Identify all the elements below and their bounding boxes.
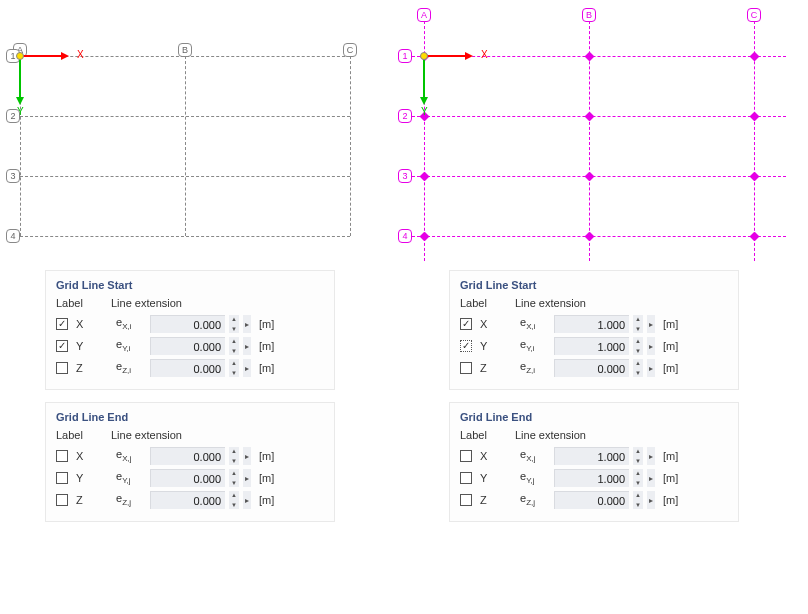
axis-label: X: [480, 318, 516, 330]
slider-button[interactable]: ▸: [647, 469, 655, 487]
chevron-down-icon: ▼: [635, 348, 643, 354]
checkbox[interactable]: [56, 450, 68, 462]
spinner-buttons[interactable]: ▲▼: [229, 469, 239, 487]
value-input[interactable]: 0.000: [150, 315, 225, 333]
unit-label: [m]: [663, 362, 678, 374]
chevron-up-icon: ▲: [635, 338, 643, 344]
param-row: ✓XeX,i1.000▲▼▸[m]: [460, 313, 728, 335]
param-symbol: eX,i: [520, 316, 550, 331]
slider-button[interactable]: ▸: [243, 337, 251, 355]
checkbox[interactable]: [460, 362, 472, 374]
param-row: ZeZ,j0.000▲▼▸[m]: [460, 489, 728, 511]
slider-button[interactable]: ▸: [647, 447, 655, 465]
checkbox[interactable]: ✓: [460, 340, 472, 352]
param-symbol: eX,i: [116, 316, 146, 331]
value-input[interactable]: 0.000: [150, 447, 225, 465]
checkbox[interactable]: [56, 362, 68, 374]
param-row: XeX,j0.000▲▼▸[m]: [56, 445, 324, 467]
chevron-up-icon: ▲: [635, 470, 643, 476]
param-row: ZeZ,i0.000▲▼▸[m]: [460, 357, 728, 379]
checkbox[interactable]: [56, 494, 68, 506]
value-input[interactable]: 1.000: [554, 315, 629, 333]
grid-view-right: ABC1234 X Y: [404, 20, 808, 255]
slider-button[interactable]: ▸: [243, 359, 251, 377]
slider-button[interactable]: ▸: [243, 469, 251, 487]
spinner-buttons[interactable]: ▲▼: [633, 337, 643, 355]
grid-row-label: 1: [6, 49, 20, 63]
grid-row-label: 1: [398, 49, 412, 63]
chevron-down-icon: ▼: [635, 502, 643, 508]
chevron-up-icon: ▲: [635, 492, 643, 498]
checkbox[interactable]: ✓: [56, 318, 68, 330]
grid-node-icon: [420, 172, 430, 182]
slider-button[interactable]: ▸: [647, 337, 655, 355]
grid-row-label: 2: [398, 109, 412, 123]
value-input[interactable]: 0.000: [150, 337, 225, 355]
unit-label: [m]: [663, 340, 678, 352]
value-input[interactable]: 0.000: [554, 359, 629, 377]
param-row: ✓XeX,i0.000▲▼▸[m]: [56, 313, 324, 335]
chevron-up-icon: ▲: [231, 360, 239, 366]
unit-label: [m]: [259, 340, 274, 352]
unit-label: [m]: [259, 494, 274, 506]
value-input[interactable]: 1.000: [554, 469, 629, 487]
slider-button[interactable]: ▸: [647, 359, 655, 377]
spinner-buttons[interactable]: ▲▼: [229, 359, 239, 377]
spinner-buttons[interactable]: ▲▼: [633, 359, 643, 377]
spinner-buttons[interactable]: ▲▼: [229, 491, 239, 509]
column-headers: LabelLine extension: [460, 297, 728, 309]
checkbox[interactable]: ✓: [460, 318, 472, 330]
value-input[interactable]: 0.000: [150, 359, 225, 377]
checkbox[interactable]: [56, 472, 68, 484]
spinner-buttons[interactable]: ▲▼: [229, 447, 239, 465]
slider-button[interactable]: ▸: [243, 447, 251, 465]
spinner-buttons[interactable]: ▲▼: [633, 469, 643, 487]
grid-node-icon: [585, 52, 595, 62]
checkbox[interactable]: ✓: [56, 340, 68, 352]
spinner-buttons[interactable]: ▲▼: [229, 337, 239, 355]
axis-label: Z: [76, 362, 112, 374]
chevron-down-icon: ▼: [231, 326, 239, 332]
value-input[interactable]: 1.000: [554, 447, 629, 465]
chevron-down-icon: ▼: [231, 502, 239, 508]
grid-node-icon: [750, 172, 760, 182]
param-symbol: eX,j: [116, 448, 146, 463]
grid-column: [20, 56, 21, 236]
grid-row: [20, 56, 350, 57]
spinner-buttons[interactable]: ▲▼: [633, 315, 643, 333]
grid-node-icon: [750, 52, 760, 62]
param-row: ZeZ,i0.000▲▼▸[m]: [56, 357, 324, 379]
chevron-up-icon: ▲: [231, 492, 239, 498]
grid-column: [350, 56, 351, 236]
chevron-down-icon: ▼: [635, 480, 643, 486]
spinner-buttons[interactable]: ▲▼: [229, 315, 239, 333]
axis-label: Z: [76, 494, 112, 506]
checkbox[interactable]: [460, 472, 472, 484]
grid-column: [185, 56, 186, 236]
value-input[interactable]: 1.000: [554, 337, 629, 355]
slider-button[interactable]: ▸: [647, 491, 655, 509]
grid-row-label: 4: [398, 229, 412, 243]
chevron-down-icon: ▼: [231, 458, 239, 464]
axis-label: X: [76, 450, 112, 462]
column-headers: LabelLine extension: [56, 429, 324, 441]
slider-button[interactable]: ▸: [243, 315, 251, 333]
param-symbol: eZ,i: [116, 360, 146, 375]
checkbox[interactable]: [460, 450, 472, 462]
value-input[interactable]: 0.000: [554, 491, 629, 509]
value-input[interactable]: 0.000: [150, 469, 225, 487]
checkbox[interactable]: [460, 494, 472, 506]
unit-label: [m]: [663, 318, 678, 330]
spinner-buttons[interactable]: ▲▼: [633, 447, 643, 465]
unit-label: [m]: [663, 494, 678, 506]
slider-button[interactable]: ▸: [647, 315, 655, 333]
param-row: ZeZ,j0.000▲▼▸[m]: [56, 489, 324, 511]
param-symbol: eY,j: [116, 470, 146, 485]
param-row: YeY,j0.000▲▼▸[m]: [56, 467, 324, 489]
slider-button[interactable]: ▸: [243, 491, 251, 509]
value-input[interactable]: 0.000: [150, 491, 225, 509]
param-panel: Grid Line StartLabelLine extension✓XeX,i…: [45, 270, 335, 390]
grid-node-icon: [585, 172, 595, 182]
spinner-buttons[interactable]: ▲▼: [633, 491, 643, 509]
unit-label: [m]: [259, 362, 274, 374]
